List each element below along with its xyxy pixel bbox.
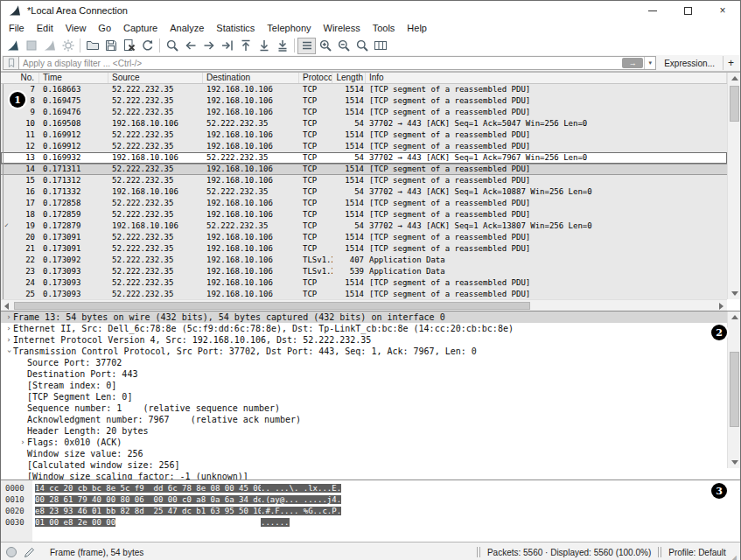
- hex-row[interactable]: 000014 cc 20 cb bc 8e 5c f9 dd 6c 78 8e …: [1, 483, 740, 494]
- scroll-thumb[interactable]: [730, 86, 739, 122]
- expander-icon[interactable]: ›: [4, 334, 13, 346]
- detail-line[interactable]: Header Length: 20 bytes: [1, 425, 727, 437]
- close-file-button[interactable]: [120, 38, 138, 54]
- detail-line[interactable]: Acknowledgment number: 7967 (relative ac…: [1, 414, 727, 425]
- hex-bytes[interactable]: 00 28 61 79 40 00 80 06 00 00 c0 a8 0a 6…: [35, 494, 261, 506]
- column-header-destination[interactable]: Destination: [203, 73, 299, 83]
- hex-row[interactable]: 0020e8 23 93 46 01 bb 82 8d 25 47 dc b1 …: [1, 506, 740, 517]
- stop-capture-button[interactable]: [22, 38, 40, 54]
- menu-go[interactable]: Go: [92, 23, 117, 33]
- go-forward-button[interactable]: [199, 38, 218, 54]
- menu-view[interactable]: View: [59, 23, 93, 33]
- detail-line[interactable]: [Window size scaling factor: -1 (unknown…: [1, 471, 727, 480]
- filter-history-caret[interactable]: ▾: [644, 57, 655, 69]
- expression-button[interactable]: Expression...: [656, 56, 723, 70]
- packet-row[interactable]: 80.16947552.222.232.35192.168.10.106TCP1…: [1, 95, 727, 107]
- display-filter-input[interactable]: [19, 59, 621, 68]
- zoom-in-button[interactable]: [316, 38, 334, 54]
- packet-row[interactable]: 140.17131152.222.232.35192.168.10.106TCP…: [1, 164, 727, 175]
- scroll-up-arrow[interactable]: [728, 73, 741, 84]
- menu-statistics[interactable]: Statistics: [210, 23, 261, 33]
- hex-bytes[interactable]: e8 23 93 46 01 bb 82 8d 25 47 dc b1 63 9…: [35, 506, 261, 517]
- packet-row[interactable]: 120.16991252.222.232.35192.168.10.106TCP…: [1, 141, 727, 152]
- detail-line[interactable]: Sequence number: 1 (relative sequence nu…: [1, 402, 727, 414]
- column-header-protocol[interactable]: Protocol: [299, 73, 332, 83]
- add-filter-button[interactable]: +: [723, 56, 738, 70]
- status-profile[interactable]: Profile: Default: [668, 548, 726, 557]
- menu-edit[interactable]: Edit: [31, 23, 59, 33]
- hex-bytes[interactable]: 14 cc 20 cb bc 8e 5c f9 dd 6c 78 8e 08 0…: [35, 483, 261, 494]
- packet-list-vscrollbar[interactable]: [727, 73, 740, 299]
- packet-row[interactable]: 110.16991252.222.232.35192.168.10.106TCP…: [1, 130, 727, 141]
- packet-row[interactable]: 190.172879192.168.10.10652.222.232.35TCP…: [1, 220, 727, 232]
- menu-telephony[interactable]: Telephony: [261, 23, 317, 33]
- maximize-button[interactable]: [670, 1, 705, 20]
- start-capture-button[interactable]: [3, 38, 22, 54]
- packet-row[interactable]: 150.17131252.222.232.35192.168.10.106TCP…: [1, 175, 727, 186]
- packet-row[interactable]: 230.17309352.222.232.35192.168.10.106TLS…: [1, 266, 727, 277]
- hex-row[interactable]: 003001 00 e8 2e 00 00......: [1, 517, 740, 528]
- selected-bytes[interactable]: 01 00 e8 2e 00 00: [35, 518, 115, 527]
- scroll-down-arrow[interactable]: [728, 288, 741, 299]
- packet-row[interactable]: 180.17285952.222.232.35192.168.10.106TCP…: [1, 209, 727, 220]
- expander-icon[interactable]: ›: [18, 437, 27, 448]
- expander-icon[interactable]: ›: [4, 312, 13, 323]
- hex-row[interactable]: 001000 28 61 79 40 00 80 06 00 00 c0 a8 …: [1, 494, 740, 506]
- packet-row[interactable]: 200.17309152.222.232.35192.168.10.106TCP…: [1, 232, 727, 243]
- column-header-time[interactable]: Time: [39, 73, 108, 83]
- scroll-thumb-horizontal[interactable]: [14, 302, 530, 310]
- detail-line[interactable]: ›Flags: 0x010 (ACK): [1, 437, 727, 448]
- hex-bytes[interactable]: 01 00 e8 2e 00 00: [35, 517, 261, 528]
- reload-file-button[interactable]: [138, 38, 157, 54]
- filter-bookmark-button[interactable]: [3, 56, 19, 70]
- go-first-packet-button[interactable]: [236, 38, 255, 54]
- packet-row[interactable]: 70.16866352.222.232.35192.168.10.106TCP1…: [1, 84, 727, 95]
- selected-bytes[interactable]: 14 cc 20 cb bc 8e 5c f9 dd 6c 78 8e 08 0…: [35, 484, 262, 493]
- resize-columns-button[interactable]: [371, 38, 389, 54]
- detail-line[interactable]: [Calculated window size: 256]: [1, 459, 727, 471]
- zoom-out-button[interactable]: [334, 38, 353, 54]
- scroll-up-arrow[interactable]: [728, 312, 740, 323]
- menu-tools[interactable]: Tools: [367, 23, 402, 33]
- minimize-button[interactable]: [635, 1, 670, 20]
- scroll-thumb[interactable]: [730, 352, 739, 427]
- menu-capture[interactable]: Capture: [117, 23, 164, 33]
- packet-row[interactable]: 170.17285852.222.232.35192.168.10.106TCP…: [1, 198, 727, 209]
- expander-icon[interactable]: ›: [4, 323, 13, 334]
- expander-icon[interactable]: ›: [3, 347, 15, 356]
- column-header-length[interactable]: Length: [332, 73, 366, 83]
- open-file-button[interactable]: [83, 38, 101, 54]
- go-back-button[interactable]: [181, 38, 199, 54]
- detail-line[interactable]: Window size value: 256: [1, 448, 727, 459]
- save-file-button[interactable]: [101, 38, 120, 54]
- detail-line[interactable]: ›Frame 13: 54 bytes on wire (432 bits), …: [1, 312, 727, 323]
- detail-line[interactable]: Source Port: 37702: [1, 357, 727, 368]
- detail-line[interactable]: ›Transmission Control Protocol, Src Port…: [1, 346, 727, 357]
- packet-row[interactable]: 250.17309352.222.232.35192.168.10.106TCP…: [1, 289, 727, 299]
- detail-line[interactable]: [TCP Segment Len: 0]: [1, 391, 727, 402]
- go-last-packet-button[interactable]: [255, 38, 273, 54]
- detail-line[interactable]: ›Ethernet II, Src: Dell_6c:78:8e (5c:f9:…: [1, 323, 727, 334]
- packet-row[interactable]: 130.169932192.168.10.10652.222.232.35TCP…: [1, 152, 727, 164]
- capture-comment-icon[interactable]: [23, 545, 37, 559]
- menu-file[interactable]: File: [3, 23, 31, 33]
- column-header-no[interactable]: No.: [1, 73, 39, 83]
- menu-analyze[interactable]: Analyze: [164, 23, 210, 33]
- auto-scroll-button[interactable]: [273, 38, 291, 54]
- packet-row[interactable]: 90.16947652.222.232.35192.168.10.106TCP1…: [1, 107, 727, 118]
- details-vscrollbar[interactable]: [727, 312, 740, 468]
- detail-line[interactable]: [Stream index: 0]: [1, 380, 727, 391]
- menu-wireless[interactable]: Wireless: [318, 23, 367, 33]
- packet-row[interactable]: 160.171332192.168.10.10652.222.232.35TCP…: [1, 186, 727, 198]
- colorize-packets-button[interactable]: [297, 38, 316, 54]
- zoom-normal-button[interactable]: [353, 38, 371, 54]
- scroll-down-arrow[interactable]: [728, 457, 740, 468]
- packet-row[interactable]: 210.17309152.222.232.35192.168.10.106TCP…: [1, 243, 727, 255]
- resize-grip[interactable]: ◢: [731, 554, 737, 560]
- capture-options-button[interactable]: [59, 38, 77, 54]
- column-header-info[interactable]: Info: [366, 73, 727, 83]
- go-to-packet-button[interactable]: [218, 38, 236, 54]
- packet-row[interactable]: 220.17309252.222.232.35192.168.10.106TLS…: [1, 255, 727, 266]
- menu-help[interactable]: Help: [401, 23, 433, 33]
- packet-row[interactable]: 100.169508192.168.10.10652.222.232.35TCP…: [1, 118, 727, 130]
